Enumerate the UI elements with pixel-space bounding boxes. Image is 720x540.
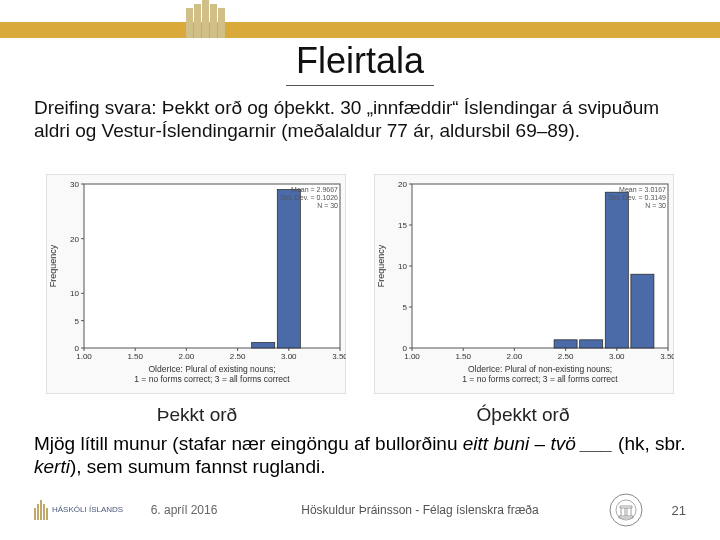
svg-text:20: 20	[398, 180, 407, 189]
svg-text:Mean = 3.0167: Mean = 3.0167	[619, 186, 666, 193]
svg-text:10: 10	[398, 262, 407, 271]
footer: HÁSKÓLI ÍSLANDS 6. apríl 2016 Höskuldur …	[34, 492, 686, 528]
svg-rect-58	[605, 192, 628, 348]
svg-point-66	[610, 494, 642, 526]
caption-known: Þekkt orð	[34, 404, 360, 426]
svg-text:1 = no forms correct; 3 = all : 1 = no forms correct; 3 = all forms corr…	[462, 374, 618, 384]
chart-area: 051020301.001.502.002.503.003.50Frequenc…	[46, 174, 674, 394]
chart-unknown-words: 051015201.001.502.002.503.003.50Frequenc…	[374, 174, 674, 394]
svg-text:Mean = 2.9667: Mean = 2.9667	[291, 186, 338, 193]
footer-author: Höskuldur Þráinsson - Félag íslenskra fr…	[244, 503, 596, 517]
text-italic: kerti	[34, 456, 70, 477]
svg-text:5: 5	[403, 303, 408, 312]
text: ), sem sumum fannst ruglandi.	[70, 456, 326, 477]
svg-text:OlderIce: Plural of existing n: OlderIce: Plural of existing nouns;	[148, 364, 275, 374]
svg-text:Std. Dev. = 0.1026: Std. Dev. = 0.1026	[280, 194, 338, 201]
svg-rect-1	[84, 184, 340, 348]
svg-text:1.00: 1.00	[76, 352, 92, 361]
footer-date: 6. apríl 2016	[124, 503, 244, 517]
text-italic: eitt buni	[463, 433, 530, 454]
header-logo	[180, 0, 230, 38]
svg-text:Frequency: Frequency	[376, 244, 386, 287]
svg-text:10: 10	[70, 289, 79, 298]
svg-text:1.50: 1.50	[455, 352, 471, 361]
text-italic: tvö ___	[550, 433, 612, 454]
svg-rect-25	[277, 189, 300, 348]
svg-text:5: 5	[75, 317, 80, 326]
svg-rect-59	[631, 274, 654, 348]
svg-text:OlderIce: Plural of non-existi: OlderIce: Plural of non-existing nouns;	[468, 364, 612, 374]
svg-text:Std. Dev. = 0.3149: Std. Dev. = 0.3149	[608, 194, 666, 201]
svg-text:20: 20	[70, 235, 79, 244]
svg-text:1.50: 1.50	[127, 352, 143, 361]
svg-text:2.50: 2.50	[558, 352, 574, 361]
caption-unknown: Óþekkt orð	[360, 404, 686, 426]
svg-text:3.50: 3.50	[332, 352, 346, 361]
svg-text:3.00: 3.00	[609, 352, 625, 361]
text: –	[529, 433, 550, 454]
page-number: 21	[656, 503, 686, 518]
header-accent-bar	[0, 22, 720, 38]
text: Mjög lítill munur (stafar nær eingöngu a…	[34, 433, 463, 454]
svg-text:N = 30: N = 30	[317, 202, 338, 209]
intro-paragraph: Dreifing svara: Þekkt orð og óþekkt. 30 …	[34, 96, 686, 142]
university-mini-logo: HÁSKÓLI ÍSLANDS	[34, 500, 124, 520]
svg-text:15: 15	[398, 221, 407, 230]
svg-text:Frequency: Frequency	[48, 244, 58, 287]
svg-text:1 = no forms correct; 3 = all : 1 = no forms correct; 3 = all forms corr…	[134, 374, 290, 384]
chart-known-words: 051020301.001.502.002.503.003.50Frequenc…	[46, 174, 346, 394]
svg-text:3.00: 3.00	[281, 352, 297, 361]
university-label: HÁSKÓLI ÍSLANDS	[52, 506, 123, 514]
svg-text:2.50: 2.50	[230, 352, 246, 361]
svg-text:2.00: 2.00	[507, 352, 523, 361]
slide-title: Fleirtala	[0, 40, 720, 82]
svg-text:N = 30: N = 30	[645, 202, 666, 209]
svg-rect-24	[252, 343, 275, 348]
svg-rect-56	[554, 340, 577, 348]
svg-rect-33	[412, 184, 668, 348]
svg-text:30: 30	[70, 180, 79, 189]
svg-rect-57	[580, 340, 603, 348]
svg-text:1.00: 1.00	[404, 352, 420, 361]
svg-text:2.00: 2.00	[179, 352, 195, 361]
svg-text:3.50: 3.50	[660, 352, 674, 361]
conclusion-paragraph: Mjög lítill munur (stafar nær eingöngu a…	[34, 432, 686, 478]
text: (hk, sbr.	[613, 433, 686, 454]
university-seal-icon	[596, 492, 656, 528]
